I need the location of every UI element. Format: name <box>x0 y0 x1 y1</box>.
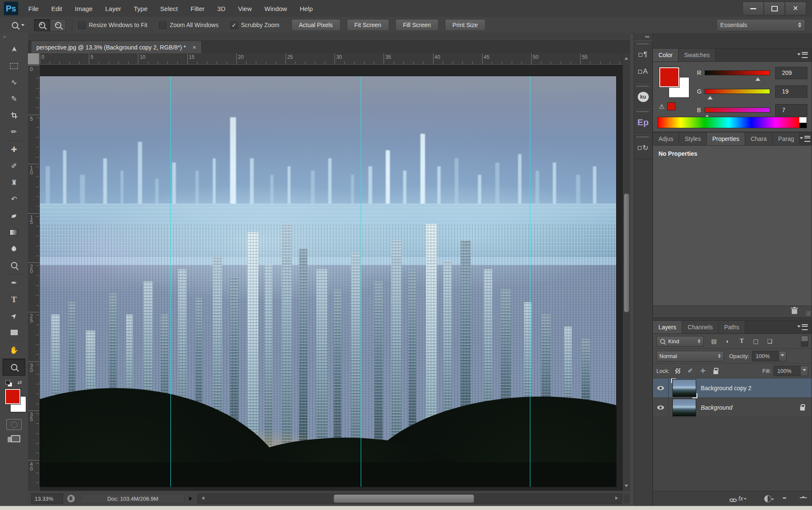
quick-mask-button[interactable] <box>6 419 22 430</box>
eye-icon[interactable] <box>657 405 664 410</box>
tool-preset-picker[interactable] <box>9 20 27 30</box>
path-selection-tool[interactable]: ➤ <box>3 308 25 324</box>
eye-icon[interactable] <box>657 386 664 390</box>
rectangular-marquee-tool[interactable] <box>3 58 25 74</box>
minimize-button[interactable] <box>743 2 764 15</box>
resize-grip-icon[interactable] <box>806 311 811 316</box>
menu-image[interactable]: Image <box>75 5 93 12</box>
lock-image-pixels-button[interactable]: ✐ <box>686 367 694 375</box>
bw-ramp[interactable] <box>799 117 807 128</box>
layer-thumbnail[interactable] <box>672 399 696 416</box>
opacity-dropdown-icon[interactable] <box>779 351 786 361</box>
properties-tab-styles[interactable]: Styles <box>679 132 707 145</box>
shape-layer-filter-button[interactable]: ▢ <box>751 336 761 346</box>
history-brush-tool[interactable]: ↶ <box>3 191 25 207</box>
quick-selection-tool[interactable]: ✎ <box>3 91 25 107</box>
channel-value-field[interactable]: 209 <box>775 67 807 79</box>
document-tab[interactable]: perspective.jpg @ 13.3% (Background copy… <box>31 41 202 53</box>
lock-position-button[interactable]: ✛ <box>699 367 707 375</box>
channel-value-field[interactable]: 7 <box>775 104 807 116</box>
actual-pixels-button[interactable]: Actual Pixels <box>291 19 340 31</box>
channel-value-field[interactable]: 19 <box>775 85 807 98</box>
horizontal-scroll-thumb[interactable] <box>334 494 475 503</box>
checkbox-box-icon[interactable] <box>78 22 85 29</box>
canvas-photo[interactable] <box>40 76 616 487</box>
vertical-scroll-thumb[interactable] <box>624 193 629 312</box>
layer-visibility-cell[interactable] <box>653 398 669 417</box>
layer-style-button[interactable]: fx <box>738 495 746 502</box>
clone-stamp-tool[interactable]: ♜ <box>3 174 25 191</box>
eraser-tool[interactable]: ▰ <box>3 207 25 224</box>
tab-close-icon[interactable]: × <box>193 44 196 50</box>
gradient-tool[interactable] <box>3 224 25 240</box>
lasso-tool[interactable]: ∿ <box>3 74 25 91</box>
delete-properties-icon[interactable] <box>792 309 797 314</box>
dock-collapse-button[interactable]: «« <box>634 33 652 41</box>
channel-slider-g[interactable] <box>705 89 770 94</box>
zoom-in-button[interactable]: + <box>34 19 50 31</box>
blur-tool[interactable] <box>3 240 25 257</box>
kuler-panel-button[interactable]: ku <box>634 88 652 105</box>
adjustment-layer-filter-button[interactable]: ◐ <box>723 336 733 346</box>
default-colors-icon[interactable] <box>5 380 10 385</box>
foreground-color-well[interactable] <box>659 67 680 88</box>
checkbox-resize-windows-to-fit[interactable]: Resize Windows to Fit <box>78 22 147 29</box>
eyedropper-tool[interactable]: ✏ <box>3 124 25 140</box>
move-tool[interactable]: ➤ <box>3 41 25 58</box>
color-spectrum-ramp[interactable] <box>658 117 807 128</box>
foreground-color-swatch[interactable] <box>5 389 21 405</box>
fit-screen-button[interactable]: Fit Screen <box>347 19 389 31</box>
vertical-ruler[interactable]: 051 01 52 02 53 03 54 0 <box>28 64 39 491</box>
swap-colors-icon[interactable]: ⇄ <box>17 379 22 386</box>
paragraph-styles-panel-button[interactable]: ¶ <box>634 46 652 63</box>
properties-tab-properties[interactable]: Properties <box>707 132 745 145</box>
history-panel-button[interactable]: ↻ <box>634 139 652 156</box>
canvas-pasteboard[interactable] <box>39 64 623 491</box>
scroll-right-icon[interactable] <box>615 496 620 500</box>
status-flyout-button[interactable] <box>187 494 196 503</box>
menu-filter[interactable]: Filter <box>191 5 205 12</box>
hue-ramp[interactable] <box>658 117 799 128</box>
layers-tab-layers[interactable]: Layers <box>653 321 682 334</box>
properties-tab-chara[interactable]: Chara <box>745 132 773 145</box>
layer-name[interactable]: Background copy 2 <box>701 385 752 391</box>
blend-mode-select[interactable]: Normal <box>656 351 724 361</box>
pixel-layer-filter-button[interactable]: ▤ <box>709 336 719 346</box>
slider-thumb-icon[interactable] <box>755 75 760 81</box>
print-size-button[interactable]: Print Size <box>445 19 486 31</box>
layer-row[interactable]: Background copy 2 <box>653 378 812 398</box>
maximize-button[interactable] <box>764 2 785 15</box>
zoom-tool[interactable] <box>3 358 25 376</box>
rectangle-tool[interactable] <box>3 324 25 341</box>
fill-field[interactable]: 100% <box>774 366 808 376</box>
gamut-closest-color-swatch[interactable] <box>667 102 675 110</box>
layer-filter-kind-select[interactable]: Kind <box>656 336 704 347</box>
menu-type[interactable]: Type <box>134 5 148 12</box>
scroll-up-icon[interactable] <box>625 55 628 60</box>
layer-name[interactable]: Background <box>701 404 732 411</box>
fill-dropdown-icon[interactable] <box>800 366 808 376</box>
horizontal-ruler[interactable]: 0510152025303540455055 <box>39 53 623 65</box>
color-panel-menu[interactable] <box>797 49 812 61</box>
extensions-panel-button[interactable]: Ep <box>634 114 652 131</box>
scroll-left-icon[interactable] <box>200 496 204 500</box>
vertical-scrollbar[interactable] <box>623 53 630 491</box>
scroll-down-icon[interactable] <box>625 485 628 489</box>
opacity-field[interactable]: 100% <box>752 351 787 361</box>
properties-panel-menu[interactable] <box>800 132 812 145</box>
properties-tab-adjus[interactable]: Adjus <box>653 132 679 145</box>
toolbox-collapse-handle[interactable]: » <box>0 33 28 41</box>
layers-tab-paths[interactable]: Paths <box>719 321 745 334</box>
smart-object-filter-button[interactable]: ❏ <box>765 336 775 346</box>
menu-3d[interactable]: 3D <box>217 5 225 12</box>
menu-edit[interactable]: Edit <box>51 5 62 12</box>
menu-select[interactable]: Select <box>160 5 178 12</box>
checkbox-box-icon[interactable] <box>159 22 166 29</box>
layer-visibility-cell[interactable] <box>653 378 669 397</box>
new-adjustment-layer-button[interactable] <box>764 495 774 502</box>
brush-tool[interactable]: ✐ <box>3 158 25 174</box>
ruler-origin-box[interactable] <box>28 53 39 65</box>
layer-thumbnail[interactable] <box>672 379 696 397</box>
layers-panel-menu[interactable] <box>797 321 812 334</box>
pen-tool[interactable]: ✒ <box>3 275 25 291</box>
